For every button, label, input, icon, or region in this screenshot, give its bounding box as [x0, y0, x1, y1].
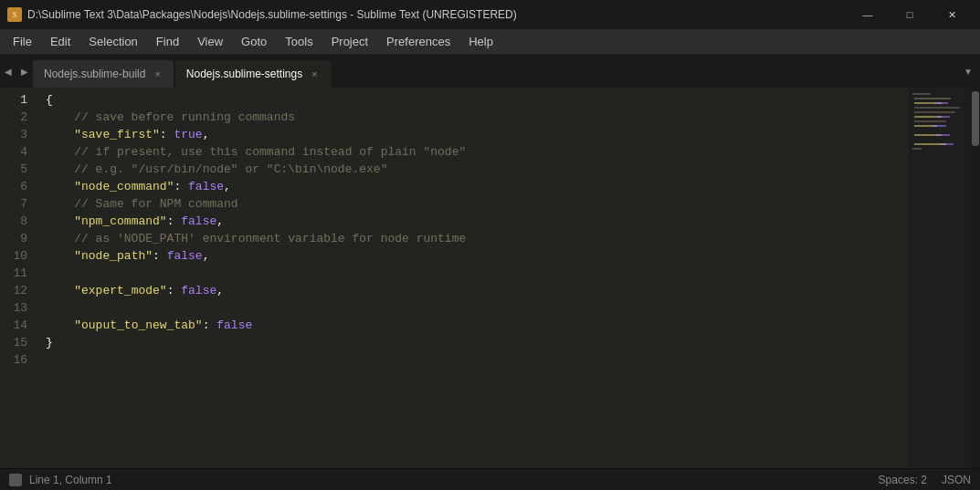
- menu-item-find[interactable]: Find: [147, 32, 188, 51]
- svg-rect-2: [912, 93, 931, 95]
- tab-close-icon[interactable]: ×: [310, 68, 319, 80]
- code-line: "node_command": false,: [46, 178, 909, 195]
- code-line: "npm_command": false,: [46, 213, 909, 230]
- svg-rect-5: [934, 102, 948, 104]
- svg-text:S: S: [13, 11, 16, 19]
- cursor-position: Line 1, Column 1: [29, 474, 112, 486]
- tab-label: Nodejs.sublime-build: [44, 68, 145, 80]
- svg-rect-9: [936, 116, 950, 118]
- line-number: 2: [0, 109, 38, 126]
- tab-1[interactable]: Nodejs.sublime-settings×: [175, 60, 331, 88]
- line-number: 5: [0, 161, 38, 178]
- svg-rect-16: [940, 143, 954, 145]
- line-number: 12: [0, 282, 38, 299]
- line-number: 16: [0, 351, 38, 369]
- code-line: "node_path": false,: [46, 247, 909, 265]
- code-line: "save_first": true,: [46, 126, 909, 143]
- menu-item-selection[interactable]: Selection: [79, 32, 146, 51]
- line-number: 6: [0, 178, 38, 195]
- line-numbers: 12345678910111213141516: [0, 88, 38, 468]
- svg-rect-17: [912, 148, 922, 150]
- app-icon: S: [7, 7, 22, 22]
- tab-overflow[interactable]: ▼: [956, 55, 980, 88]
- code-line: {: [46, 91, 909, 109]
- line-number: 7: [0, 195, 38, 213]
- status-bar: Line 1, Column 1 Spaces: 2 JSON: [0, 468, 980, 490]
- svg-rect-3: [914, 98, 951, 99]
- tab-close-icon[interactable]: ×: [153, 68, 162, 80]
- scrollbar[interactable]: [971, 88, 980, 468]
- svg-rect-14: [936, 134, 950, 136]
- line-number: 13: [0, 299, 38, 317]
- scrollbar-thumb[interactable]: [972, 91, 979, 146]
- svg-rect-6: [914, 107, 960, 109]
- window-controls: — □ ✕: [847, 0, 973, 29]
- code-line: // Same for NPM command: [46, 195, 909, 213]
- line-number: 10: [0, 247, 38, 265]
- menu-item-preferences[interactable]: Preferences: [377, 32, 459, 51]
- line-number: 11: [0, 265, 38, 282]
- menu-item-view[interactable]: View: [188, 32, 232, 51]
- code-line: [46, 299, 909, 317]
- line-number: 8: [0, 213, 38, 230]
- tab-nav-right[interactable]: ▶: [16, 55, 33, 88]
- menu-item-file[interactable]: File: [4, 32, 41, 51]
- editor-area: 12345678910111213141516 { // save before…: [0, 88, 980, 468]
- minimize-button[interactable]: —: [847, 0, 889, 29]
- code-line: // if present, use this command instead …: [46, 143, 909, 161]
- line-number: 9: [0, 230, 38, 247]
- menu-item-help[interactable]: Help: [459, 32, 502, 51]
- code-line: [46, 351, 909, 369]
- maximize-button[interactable]: □: [889, 0, 931, 29]
- code-content[interactable]: { // save before running commands "save_…: [38, 88, 909, 468]
- menu-item-edit[interactable]: Edit: [41, 32, 79, 51]
- status-icon: [9, 474, 22, 486]
- code-line: // e.g. "/usr/bin/node" or "C:\bin\node.…: [46, 161, 909, 178]
- code-line: }: [46, 334, 909, 351]
- tab-label: Nodejs.sublime-settings: [186, 68, 302, 80]
- code-line: // as 'NODE_PATH' environment variable f…: [46, 230, 909, 247]
- title-bar: S D:\Sublime Text 3\Data\Packages\Nodejs…: [0, 0, 980, 29]
- title-bar-left: S D:\Sublime Text 3\Data\Packages\Nodejs…: [7, 7, 517, 22]
- line-number: 1: [0, 91, 38, 109]
- line-number: 4: [0, 143, 38, 161]
- close-button[interactable]: ✕: [931, 0, 973, 29]
- tab-0[interactable]: Nodejs.sublime-build×: [33, 60, 174, 88]
- tab-bar: ◀ ▶ Nodejs.sublime-build×Nodejs.sublime-…: [0, 55, 980, 88]
- minimap: [909, 88, 971, 468]
- menu-item-goto[interactable]: Goto: [232, 32, 276, 51]
- line-number: 3: [0, 126, 38, 143]
- status-right: Spaces: 2 JSON: [879, 474, 971, 486]
- menu-item-project[interactable]: Project: [322, 32, 377, 51]
- tab-nav-left[interactable]: ◀: [0, 55, 16, 88]
- spaces-indicator[interactable]: Spaces: 2: [879, 474, 927, 486]
- svg-rect-12: [933, 125, 946, 127]
- menu-bar: FileEditSelectionFindViewGotoToolsProjec…: [0, 29, 980, 55]
- svg-rect-10: [914, 120, 946, 122]
- line-number: 15: [0, 334, 38, 351]
- window-title: D:\Sublime Text 3\Data\Packages\Nodejs\N…: [27, 8, 517, 21]
- code-line: // save before running commands: [46, 109, 909, 126]
- code-line: "ouput_to_new_tab": false: [46, 317, 909, 334]
- status-left: Line 1, Column 1: [9, 474, 112, 486]
- code-line: "expert_mode": false,: [46, 282, 909, 299]
- svg-rect-7: [914, 111, 955, 113]
- line-number: 14: [0, 317, 38, 334]
- code-line: [46, 265, 909, 282]
- menu-item-tools[interactable]: Tools: [276, 32, 321, 51]
- syntax-indicator[interactable]: JSON: [942, 474, 971, 486]
